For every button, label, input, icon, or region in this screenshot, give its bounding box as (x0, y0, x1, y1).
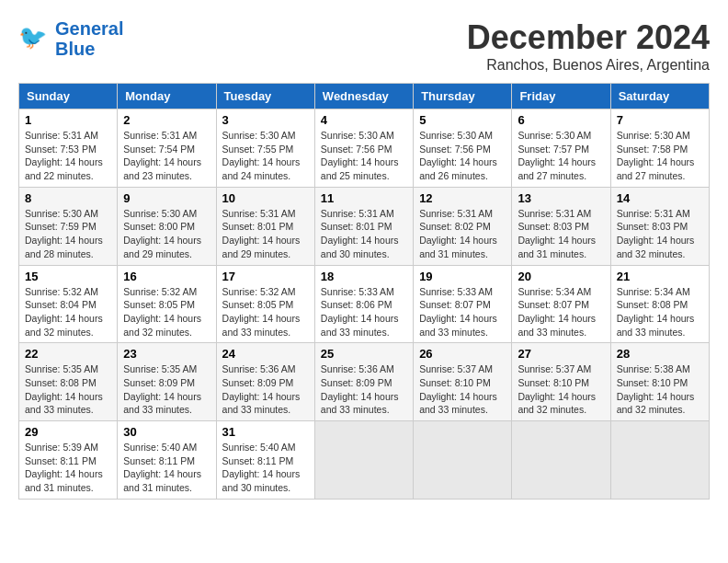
day-number: 16 (123, 270, 210, 283)
calendar-cell: 8Sunrise: 5:30 AMSunset: 7:59 PMDaylight… (19, 187, 118, 265)
day-number: 22 (25, 347, 111, 361)
day-number: 12 (419, 191, 506, 205)
calendar-cell: 16Sunrise: 5:32 AMSunset: 8:05 PMDayligh… (118, 265, 216, 343)
month-title: December 2024 (467, 18, 710, 57)
day-number: 28 (617, 347, 703, 361)
day-info: Sunrise: 5:31 AMSunset: 8:01 PMDaylight:… (321, 207, 407, 261)
day-number: 4 (321, 113, 407, 127)
day-number: 14 (617, 191, 703, 205)
day-info: Sunrise: 5:30 AMSunset: 7:56 PMDaylight:… (321, 129, 407, 183)
calendar-cell (314, 421, 413, 500)
day-number: 1 (25, 113, 111, 127)
day-info: Sunrise: 5:30 AMSunset: 7:55 PMDaylight:… (222, 129, 309, 183)
col-header-saturday: Saturday (610, 84, 709, 109)
day-number: 9 (123, 191, 210, 205)
col-header-monday: Monday (118, 84, 216, 109)
day-number: 2 (123, 113, 210, 127)
logo-text-blue: Blue (55, 39, 123, 59)
day-info: Sunrise: 5:36 AMSunset: 8:09 PMDaylight:… (222, 362, 309, 417)
day-number: 20 (518, 270, 604, 283)
calendar-cell: 4Sunrise: 5:30 AMSunset: 7:56 PMDaylight… (314, 109, 413, 188)
day-info: Sunrise: 5:32 AMSunset: 8:04 PMDaylight:… (25, 285, 111, 339)
calendar-cell: 13Sunrise: 5:31 AMSunset: 8:03 PMDayligh… (512, 187, 610, 265)
logo-text-general: General (55, 18, 123, 39)
day-number: 21 (617, 270, 703, 283)
calendar-cell: 19Sunrise: 5:33 AMSunset: 8:07 PMDayligh… (414, 265, 512, 343)
calendar-cell: 1Sunrise: 5:31 AMSunset: 7:53 PMDaylight… (19, 109, 118, 188)
calendar-header-row: SundayMondayTuesdayWednesdayThursdayFrid… (19, 84, 710, 109)
calendar-week-row: 29Sunrise: 5:39 AMSunset: 8:11 PMDayligh… (19, 421, 710, 500)
calendar-cell: 23Sunrise: 5:35 AMSunset: 8:09 PMDayligh… (118, 343, 216, 421)
calendar-cell: 12Sunrise: 5:31 AMSunset: 8:02 PMDayligh… (414, 187, 512, 265)
logo: 🐦 General Blue (18, 18, 123, 59)
day-info: Sunrise: 5:32 AMSunset: 8:05 PMDaylight:… (123, 285, 210, 339)
calendar-cell: 27Sunrise: 5:37 AMSunset: 8:10 PMDayligh… (512, 343, 610, 421)
day-info: Sunrise: 5:30 AMSunset: 7:58 PMDaylight:… (617, 129, 703, 183)
location-title: Ranchos, Buenos Aires, Argentina (467, 57, 710, 74)
day-info: Sunrise: 5:40 AMSunset: 8:11 PMDaylight:… (123, 441, 210, 495)
day-info: Sunrise: 5:30 AMSunset: 7:59 PMDaylight:… (25, 207, 111, 261)
col-header-wednesday: Wednesday (314, 84, 413, 109)
logo-icon: 🐦 (18, 22, 51, 55)
svg-text:🐦: 🐦 (18, 23, 48, 52)
day-info: Sunrise: 5:31 AMSunset: 7:53 PMDaylight:… (25, 129, 111, 183)
calendar-cell: 26Sunrise: 5:37 AMSunset: 8:10 PMDayligh… (414, 343, 512, 421)
day-number: 19 (419, 270, 506, 283)
day-info: Sunrise: 5:31 AMSunset: 8:02 PMDaylight:… (419, 207, 506, 261)
day-number: 27 (518, 347, 604, 361)
calendar-cell (610, 421, 709, 500)
calendar-cell: 17Sunrise: 5:32 AMSunset: 8:05 PMDayligh… (216, 265, 314, 343)
calendar-cell: 6Sunrise: 5:30 AMSunset: 7:57 PMDaylight… (512, 109, 610, 188)
day-info: Sunrise: 5:31 AMSunset: 8:03 PMDaylight:… (617, 207, 703, 261)
calendar-cell: 24Sunrise: 5:36 AMSunset: 8:09 PMDayligh… (216, 343, 314, 421)
day-number: 30 (123, 425, 210, 439)
day-number: 29 (25, 425, 111, 439)
calendar-cell: 9Sunrise: 5:30 AMSunset: 8:00 PMDaylight… (118, 187, 216, 265)
calendar-cell: 30Sunrise: 5:40 AMSunset: 8:11 PMDayligh… (118, 421, 216, 500)
day-info: Sunrise: 5:34 AMSunset: 8:08 PMDaylight:… (617, 285, 703, 339)
calendar-cell: 5Sunrise: 5:30 AMSunset: 7:56 PMDaylight… (414, 109, 512, 188)
calendar-cell: 18Sunrise: 5:33 AMSunset: 8:06 PMDayligh… (314, 265, 413, 343)
day-number: 23 (123, 347, 210, 361)
calendar-cell: 15Sunrise: 5:32 AMSunset: 8:04 PMDayligh… (19, 265, 118, 343)
day-number: 18 (321, 270, 407, 283)
day-info: Sunrise: 5:37 AMSunset: 8:10 PMDaylight:… (518, 362, 604, 417)
day-number: 6 (518, 113, 604, 127)
calendar-cell: 20Sunrise: 5:34 AMSunset: 8:07 PMDayligh… (512, 265, 610, 343)
col-header-sunday: Sunday (19, 84, 118, 109)
calendar-cell: 28Sunrise: 5:38 AMSunset: 8:10 PMDayligh… (610, 343, 709, 421)
day-info: Sunrise: 5:38 AMSunset: 8:10 PMDaylight:… (617, 362, 703, 417)
day-info: Sunrise: 5:30 AMSunset: 7:57 PMDaylight:… (518, 129, 604, 183)
calendar-week-row: 15Sunrise: 5:32 AMSunset: 8:04 PMDayligh… (19, 265, 710, 343)
day-info: Sunrise: 5:31 AMSunset: 8:01 PMDaylight:… (222, 207, 309, 261)
day-number: 10 (222, 191, 309, 205)
day-number: 25 (321, 347, 407, 361)
calendar-cell: 31Sunrise: 5:40 AMSunset: 8:11 PMDayligh… (216, 421, 314, 500)
day-info: Sunrise: 5:32 AMSunset: 8:05 PMDaylight:… (222, 285, 309, 339)
calendar-cell: 14Sunrise: 5:31 AMSunset: 8:03 PMDayligh… (610, 187, 709, 265)
day-number: 5 (419, 113, 506, 127)
day-number: 24 (222, 347, 309, 361)
day-info: Sunrise: 5:31 AMSunset: 8:03 PMDaylight:… (518, 207, 604, 261)
day-info: Sunrise: 5:34 AMSunset: 8:07 PMDaylight:… (518, 285, 604, 339)
calendar-cell: 11Sunrise: 5:31 AMSunset: 8:01 PMDayligh… (314, 187, 413, 265)
day-number: 15 (25, 270, 111, 283)
day-info: Sunrise: 5:31 AMSunset: 7:54 PMDaylight:… (123, 129, 210, 183)
calendar-cell: 10Sunrise: 5:31 AMSunset: 8:01 PMDayligh… (216, 187, 314, 265)
col-header-tuesday: Tuesday (216, 84, 314, 109)
calendar-cell: 3Sunrise: 5:30 AMSunset: 7:55 PMDaylight… (216, 109, 314, 188)
day-info: Sunrise: 5:30 AMSunset: 7:56 PMDaylight:… (419, 129, 506, 183)
calendar-cell (512, 421, 610, 500)
col-header-friday: Friday (512, 84, 610, 109)
calendar-cell: 25Sunrise: 5:36 AMSunset: 8:09 PMDayligh… (314, 343, 413, 421)
calendar-cell: 29Sunrise: 5:39 AMSunset: 8:11 PMDayligh… (19, 421, 118, 500)
day-info: Sunrise: 5:30 AMSunset: 8:00 PMDaylight:… (123, 207, 210, 261)
day-info: Sunrise: 5:35 AMSunset: 8:09 PMDaylight:… (123, 362, 210, 417)
day-number: 26 (419, 347, 506, 361)
page-header: 🐦 General Blue December 2024 Ranchos, Bu… (18, 18, 710, 74)
day-info: Sunrise: 5:33 AMSunset: 8:07 PMDaylight:… (419, 285, 506, 339)
calendar-cell (414, 421, 512, 500)
title-area: December 2024 Ranchos, Buenos Aires, Arg… (467, 18, 710, 74)
day-info: Sunrise: 5:33 AMSunset: 8:06 PMDaylight:… (321, 285, 407, 339)
day-info: Sunrise: 5:37 AMSunset: 8:10 PMDaylight:… (419, 362, 506, 417)
